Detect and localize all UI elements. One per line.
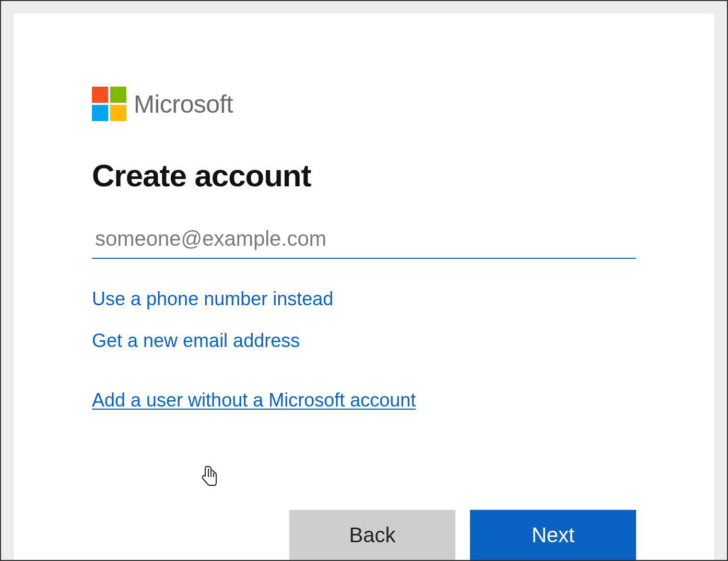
button-row: Back Next <box>289 510 636 560</box>
brand-row: Microsoft <box>92 87 636 121</box>
logo-square-blue <box>92 105 108 121</box>
dialog-panel: Microsoft Create account Use a phone num… <box>14 14 714 560</box>
pointer-cursor-icon <box>201 465 218 486</box>
use-phone-link[interactable]: Use a phone number instead <box>92 288 333 310</box>
back-button[interactable]: Back <box>289 510 455 560</box>
logo-square-green <box>110 87 126 103</box>
brand-name: Microsoft <box>134 90 233 118</box>
microsoft-logo-icon <box>92 87 126 121</box>
logo-square-red <box>92 87 108 103</box>
new-email-link[interactable]: Get a new email address <box>92 330 300 352</box>
logo-square-yellow <box>110 105 126 121</box>
page-title: Create account <box>92 158 636 194</box>
window-frame: Microsoft Create account Use a phone num… <box>0 0 728 561</box>
email-field[interactable] <box>92 225 636 259</box>
add-user-without-ms-account-link[interactable]: Add a user without a Microsoft account <box>92 389 416 411</box>
next-button[interactable]: Next <box>470 510 636 560</box>
